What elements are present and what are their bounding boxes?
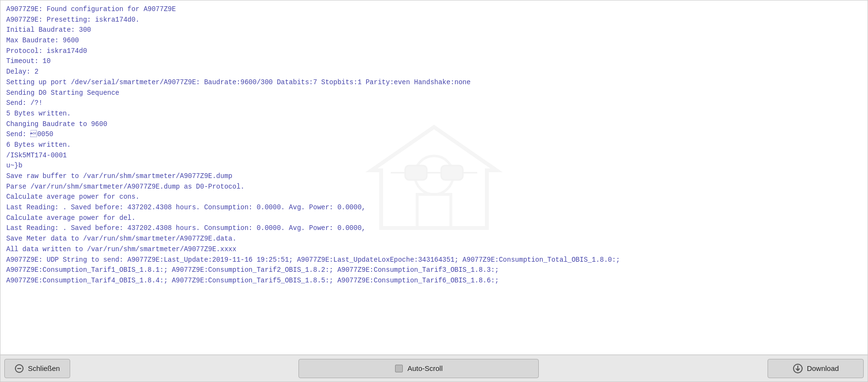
log-line: Send: 0050 [6, 129, 862, 140]
log-line: Save Meter data to /var/run/shm/smartmet… [6, 234, 862, 244]
log-line: Sending D0 Starting Sequence [6, 88, 862, 99]
log-line: Protocol: iskra174d0 [6, 46, 862, 57]
log-line: Calculate average power for cons. [6, 192, 862, 203]
log-line: Delay: 2 [6, 67, 862, 77]
close-button[interactable]: Schließen [4, 359, 70, 378]
log-line: Timeout: 10 [6, 56, 862, 67]
download-button[interactable]: Download [768, 359, 864, 378]
autoscroll-area: Auto-Scroll [74, 359, 764, 378]
log-line: 6 Bytes written. [6, 140, 862, 151]
log-line: Save raw buffer to /var/run/shm/smartmet… [6, 171, 862, 182]
log-line: Calculate average power for del. [6, 213, 862, 224]
download-label: Download [807, 364, 839, 372]
log-line: Max Baudrate: 9600 [6, 36, 862, 46]
log-line: /ISk5MT174-0001 [6, 151, 862, 161]
log-line: 5 Bytes written. [6, 109, 862, 119]
log-line: Parse /var/run/shm/smartmeter/A9077Z9E.d… [6, 182, 862, 192]
log-line: Changing Baudrate to 9600 [6, 119, 862, 130]
log-line: A9077Z9E:Consumption_Tarif4_OBIS_1.8.4:;… [6, 276, 862, 286]
footer: Schließen Auto-Scroll Download [0, 355, 868, 382]
close-icon [14, 364, 24, 373]
log-line: Last Reading: . Saved before: 437202.430… [6, 203, 862, 213]
autoscroll-button[interactable]: Auto-Scroll [298, 359, 539, 378]
main-container: A9077Z9E: Found configuration for A9077Z… [0, 0, 868, 382]
log-line: Initial Baudrate: 300 [6, 25, 862, 36]
log-line: u~}b [6, 161, 862, 171]
log-line: Send: /?! [6, 98, 862, 109]
log-line: Last Reading: . Saved before: 437202.430… [6, 223, 862, 234]
download-icon [793, 363, 803, 374]
autoscroll-checkbox [395, 365, 403, 372]
log-content: A9077Z9E: Found configuration for A9077Z… [6, 4, 862, 286]
log-line: All data written to /var/run/shm/smartme… [6, 244, 862, 255]
log-line: A9077Z9E: Found configuration for A9077Z… [6, 4, 862, 15]
log-area[interactable]: A9077Z9E: Found configuration for A9077Z… [0, 0, 868, 355]
log-line: A9077Z9E: UDP String to send: A9077Z9E:L… [6, 255, 862, 266]
log-line: A9077Z9E:Consumption_Tarif1_OBIS_1.8.1:;… [6, 265, 862, 276]
close-label: Schließen [28, 364, 60, 372]
log-line: Setting up port /dev/serial/smartmeter/A… [6, 77, 862, 88]
autoscroll-label: Auto-Scroll [408, 364, 443, 372]
log-line: A9077Z9E: Presetting: iskra174d0. [6, 15, 862, 25]
